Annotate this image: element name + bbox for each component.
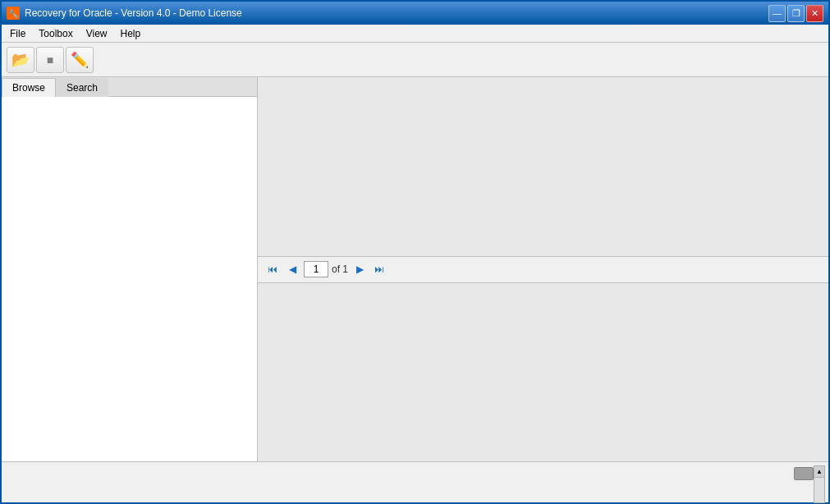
- window-title: Recovery for Oracle - Version 4.0 - Demo…: [25, 7, 242, 19]
- scrollbar-up-button[interactable]: ▲: [814, 466, 824, 478]
- open-folder-button[interactable]: 📂: [7, 47, 34, 73]
- content-upper: [258, 77, 828, 257]
- first-page-icon: ⏮: [268, 263, 277, 275]
- window-controls: — ❐ ✕: [768, 5, 823, 22]
- toolbar: 📂 ■ ✏️: [2, 43, 828, 77]
- status-icon: [794, 467, 814, 480]
- next-page-icon: ▶: [356, 263, 364, 275]
- title-bar: 🔧 Recovery for Oracle - Version 4.0 - De…: [2, 2, 828, 25]
- main-window: 🔧 Recovery for Oracle - Version 4.0 - De…: [0, 0, 830, 504]
- folder-icon: 📂: [11, 51, 30, 69]
- scrollbar[interactable]: ▲: [814, 465, 825, 503]
- left-panel-content: [2, 97, 257, 461]
- first-page-button[interactable]: ⏮: [264, 261, 281, 277]
- menu-view[interactable]: View: [80, 25, 114, 42]
- tab-search[interactable]: Search: [56, 78, 108, 97]
- menu-help[interactable]: Help: [114, 25, 148, 42]
- stop-icon: ■: [47, 53, 53, 66]
- right-panel: ⏮ ◀ of 1 ▶ ⏭: [258, 77, 828, 461]
- menu-toolbox[interactable]: Toolbox: [32, 25, 79, 42]
- stop-button[interactable]: ■: [36, 47, 64, 73]
- close-button[interactable]: ✕: [806, 5, 823, 22]
- app-icon: 🔧: [7, 7, 20, 20]
- menu-bar: File Toolbox View Help: [2, 25, 828, 43]
- pagination-bar: ⏮ ◀ of 1 ▶ ⏭: [258, 257, 828, 283]
- edit-button[interactable]: ✏️: [66, 47, 94, 73]
- prev-page-icon: ◀: [289, 263, 296, 275]
- left-panel: Browse Search: [2, 77, 258, 461]
- next-page-button[interactable]: ▶: [351, 261, 368, 277]
- content-lower: [258, 283, 828, 462]
- title-bar-left: 🔧 Recovery for Oracle - Version 4.0 - De…: [7, 7, 242, 20]
- last-page-icon: ⏭: [374, 263, 384, 275]
- page-input[interactable]: [304, 261, 328, 277]
- last-page-button[interactable]: ⏭: [371, 261, 387, 277]
- tab-bar: Browse Search: [2, 77, 257, 97]
- status-bar: ▲: [2, 461, 828, 502]
- prev-page-button[interactable]: ◀: [284, 261, 300, 277]
- minimize-button[interactable]: —: [768, 5, 786, 22]
- restore-button[interactable]: ❐: [787, 5, 805, 22]
- page-of-label: of 1: [332, 263, 348, 275]
- menu-file[interactable]: File: [3, 25, 32, 42]
- main-area: Browse Search ⏮ ◀ of 1: [2, 77, 828, 461]
- tab-browse[interactable]: Browse: [2, 78, 56, 97]
- edit-icon: ✏️: [71, 51, 89, 69]
